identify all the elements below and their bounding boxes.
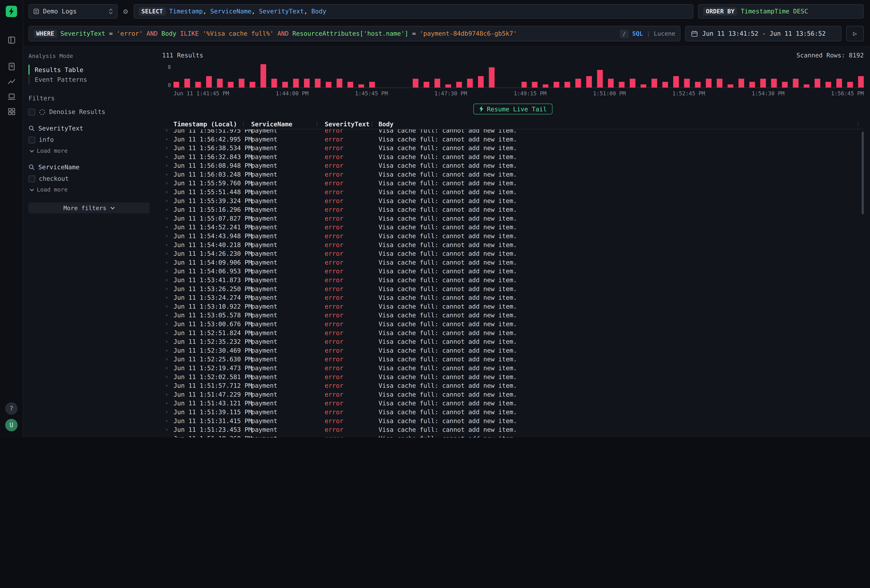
histogram-bar[interactable] (565, 82, 571, 87)
table-row[interactable]: ›Jun 11 1:51:18.360 PMpaymenterrorVisa c… (162, 434, 864, 438)
row-expand-icon[interactable]: › (162, 312, 173, 318)
histogram-bar[interactable] (717, 79, 723, 88)
panels-icon[interactable] (4, 33, 19, 48)
row-expand-icon[interactable]: › (162, 277, 173, 283)
row-expand-icon[interactable]: › (162, 268, 173, 274)
table-row[interactable]: ›Jun 11 1:52:35.232 PMpaymenterrorVisa c… (162, 337, 864, 346)
histogram-bar[interactable] (576, 79, 581, 88)
histogram-bar[interactable] (825, 82, 831, 87)
table-row[interactable]: ›Jun 11 1:52:25.630 PMpaymenterrorVisa c… (162, 355, 864, 363)
row-expand-icon[interactable]: › (162, 365, 173, 371)
histogram-bar[interactable] (782, 82, 788, 87)
histogram-bar[interactable] (586, 76, 592, 88)
sql-language-toggle[interactable]: SQL (632, 30, 643, 37)
histogram-bar[interactable] (695, 82, 701, 87)
histogram-bar[interactable] (293, 79, 299, 88)
histogram-bar[interactable] (815, 79, 821, 88)
row-expand-icon[interactable]: › (162, 409, 173, 415)
table-row[interactable]: ›Jun 11 1:51:31.415 PMpaymenterrorVisa c… (162, 416, 864, 425)
table-row[interactable]: ›Jun 11 1:56:32.843 PMpaymenterrorVisa c… (162, 152, 864, 161)
histogram-bar[interactable] (662, 82, 668, 87)
histogram-bar[interactable] (641, 85, 647, 88)
histogram-bar[interactable] (347, 82, 353, 87)
row-expand-icon[interactable]: › (162, 130, 173, 133)
table-row[interactable]: ›Jun 11 1:54:09.906 PMpaymenterrorVisa c… (162, 258, 864, 267)
row-expand-icon[interactable]: › (162, 347, 173, 353)
row-expand-icon[interactable]: › (162, 418, 173, 424)
denoise-checkbox[interactable] (28, 109, 35, 115)
histogram-bar[interactable] (804, 85, 809, 88)
histogram-bar[interactable] (282, 82, 288, 87)
histogram-bar[interactable] (271, 79, 277, 88)
histogram-bar[interactable] (630, 79, 636, 88)
table-row[interactable]: ›Jun 11 1:51:43.121 PMpaymenterrorVisa c… (162, 399, 864, 408)
table-scrollbar[interactable] (862, 131, 864, 214)
table-row[interactable]: ›Jun 11 1:51:23.453 PMpaymenterrorVisa c… (162, 425, 864, 434)
table-row[interactable]: ›Jun 11 1:51:57.712 PMpaymenterrorVisa c… (162, 381, 864, 390)
row-expand-icon[interactable]: › (162, 304, 173, 309)
histogram-bar[interactable] (673, 76, 679, 88)
row-expand-icon[interactable]: › (162, 180, 173, 186)
select-query-input[interactable]: SELECT Timestamp, ServiceName, SeverityT… (134, 4, 693, 19)
more-filters-button[interactable]: More filters (28, 202, 150, 213)
histogram-bar[interactable] (467, 79, 472, 88)
table-row[interactable]: ›Jun 11 1:53:26.250 PMpaymenterrorVisa c… (162, 284, 864, 293)
source-select[interactable]: Demo Logs (28, 4, 118, 19)
lucene-language-toggle[interactable]: Lucene (654, 30, 675, 37)
row-expand-icon[interactable]: › (162, 136, 173, 142)
histogram-bar[interactable] (184, 79, 190, 88)
row-expand-icon[interactable]: › (162, 338, 173, 344)
table-row[interactable]: ›Jun 11 1:56:42.995 PMpaymenterrorVisa c… (162, 135, 864, 143)
histogram-bar[interactable] (261, 64, 266, 88)
chart-icon[interactable] (4, 74, 19, 89)
histogram-bar[interactable] (749, 82, 755, 87)
checkout-checkbox[interactable] (28, 175, 35, 182)
row-expand-icon[interactable]: › (162, 400, 173, 406)
table-row[interactable]: ›Jun 11 1:52:30.469 PMpaymenterrorVisa c… (162, 346, 864, 355)
histogram-bar[interactable] (206, 76, 212, 88)
histogram-bar[interactable] (250, 82, 255, 87)
mode-results-table[interactable]: Results Table (28, 65, 150, 74)
histogram-bar[interactable] (858, 76, 864, 88)
table-row[interactable]: ›Jun 11 1:54:40.218 PMpaymenterrorVisa c… (162, 240, 864, 249)
row-expand-icon[interactable]: › (162, 163, 173, 168)
table-row[interactable]: ›Jun 11 1:52:02.581 PMpaymenterrorVisa c… (162, 372, 864, 381)
table-row[interactable]: ›Jun 11 1:53:24.274 PMpaymenterrorVisa c… (162, 293, 864, 302)
column-resize-handle[interactable]: ⋮ (369, 121, 375, 127)
row-expand-icon[interactable]: › (162, 242, 173, 247)
table-row[interactable]: ›Jun 11 1:55:51.448 PMpaymenterrorVisa c… (162, 188, 864, 196)
histogram-bar[interactable] (315, 79, 320, 88)
histogram-bar[interactable] (217, 79, 223, 88)
logs-icon[interactable] (4, 59, 19, 74)
table-row[interactable]: ›Jun 11 1:53:05.578 PMpaymenterrorVisa c… (162, 311, 864, 320)
histogram-bar[interactable] (554, 82, 560, 87)
table-row[interactable]: ›Jun 11 1:54:26.230 PMpaymenterrorVisa c… (162, 249, 864, 258)
histogram-bar[interactable] (228, 82, 234, 87)
row-expand-icon[interactable]: › (162, 207, 173, 213)
table-row[interactable]: ›Jun 11 1:53:00.676 PMpaymenterrorVisa c… (162, 319, 864, 328)
settings-gear-icon[interactable]: ⚙ (122, 7, 129, 16)
table-row[interactable]: ›Jun 11 1:55:59.760 PMpaymenterrorVisa c… (162, 179, 864, 188)
row-expand-icon[interactable]: › (162, 198, 173, 204)
table-row[interactable]: ›Jun 11 1:51:47.229 PMpaymenterrorVisa c… (162, 390, 864, 399)
mode-event-patterns[interactable]: Event Patterns (28, 74, 150, 85)
time-range-picker[interactable]: Jun 11 13:41:52 - Jun 11 13:56:52 (685, 26, 842, 42)
table-row[interactable]: ›Jun 11 1:55:16.296 PMpaymenterrorVisa c… (162, 205, 864, 214)
row-expand-icon[interactable]: › (162, 145, 173, 151)
row-expand-icon[interactable]: › (162, 435, 173, 438)
histogram-bar[interactable] (369, 82, 375, 87)
histogram-bar[interactable] (619, 82, 625, 87)
histogram-bar[interactable] (728, 85, 733, 88)
denoise-results-checkbox-row[interactable]: Denoise Results (28, 108, 150, 116)
histogram-bar[interactable] (771, 79, 777, 88)
histogram-bar[interactable] (456, 82, 462, 87)
row-expand-icon[interactable]: › (162, 295, 173, 300)
table-row[interactable]: ›Jun 11 1:53:10.922 PMpaymenterrorVisa c… (162, 302, 864, 311)
histogram-bar[interactable] (326, 82, 331, 87)
row-expand-icon[interactable]: › (162, 189, 173, 195)
load-more-servicename[interactable]: Load more (28, 186, 150, 193)
row-expand-icon[interactable]: › (162, 374, 173, 380)
histogram-bar[interactable] (836, 79, 842, 88)
row-expand-icon[interactable]: › (162, 392, 173, 397)
histogram-bar[interactable] (608, 79, 614, 88)
